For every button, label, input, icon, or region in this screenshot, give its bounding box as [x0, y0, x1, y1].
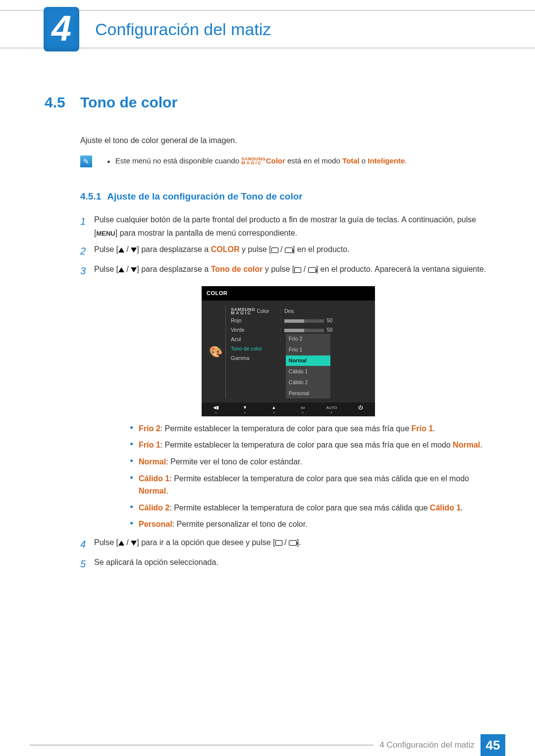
note-color-word: Color [266, 156, 285, 165]
page-number: 45 [481, 734, 505, 756]
rect-icon [275, 540, 282, 546]
arrow-up-icon [118, 248, 124, 252]
enter-icon [308, 267, 316, 273]
note-mid: está en el modo [287, 156, 342, 165]
content-area: 4.5 Tono de color Ajuste el tono de colo… [45, 94, 496, 575]
step-number-2: 2 [80, 243, 94, 259]
arrow-up-icon [118, 541, 124, 546]
subsection-title: Ajuste de la configuración de Tono de co… [107, 191, 302, 202]
intro-text: Ajuste el tono de color general de la im… [80, 135, 496, 147]
subsection-number: 4.5.1 [80, 191, 101, 202]
step-2-text: Pulse [ / ] para desplazarse a COLOR y p… [94, 243, 496, 259]
osd-title: COLOR [202, 286, 375, 301]
osd-screenshot: COLOR 🎨 SAMSUNGMAGIC Color Rojo Verde Az… [202, 286, 375, 416]
note-suffix: . [405, 156, 407, 165]
chapter-title: Configuración del matiz [95, 20, 271, 39]
step-number-5: 5 [80, 555, 94, 572]
step-3-text: Pulse [ / ] para desplazarse a Tono de c… [94, 262, 496, 279]
chapter-number-badge: 4 [44, 7, 79, 51]
rect-icon [294, 267, 301, 273]
note-icon: ✎ [80, 155, 92, 167]
step-1-text: Pulse cualquier botón de la parte fronta… [94, 213, 496, 240]
osd-labels: SAMSUNGMAGIC Color Rojo Verde Azul Tono … [225, 305, 280, 399]
steps-list: 1 Pulse cualquier botón de la parte fron… [80, 213, 496, 572]
osd-values: :Des. : 50 : 50 : Frío 2 Frío 1 Normal C… [280, 305, 371, 399]
enter-icon [289, 540, 297, 546]
footer-line [30, 745, 374, 746]
section-number: 4.5 [45, 94, 80, 111]
osd-bottom-bar: ◀▮▾ ▼▾ ▲▾ ▭▾ AUTO▾ ⏻ [202, 403, 375, 416]
note-or: o [362, 156, 368, 165]
step-number-4: 4 [80, 536, 94, 553]
step-5-text: Se aplicará la opción seleccionada. [94, 555, 496, 572]
arrow-up-icon [118, 267, 124, 272]
note-total: Total [342, 156, 360, 165]
rect-icon [271, 248, 278, 253]
menu-chip: MENU [96, 230, 115, 237]
note-prefix: Este menú no está disponible cuando [115, 156, 241, 165]
note-text: ● Este menú no está disponible cuando SA… [104, 155, 407, 167]
footer: 4 Configuración del matiz 45 [0, 734, 535, 756]
options-list: ●Frío 2: Permite establecer la temperatu… [130, 422, 496, 531]
arrow-down-icon [131, 541, 137, 546]
section-title: Tono de color [80, 94, 177, 111]
step-number-1: 1 [80, 213, 94, 240]
palette-icon: 🎨 [209, 343, 222, 361]
note-inteligente: Inteligente [368, 156, 405, 165]
samsung-magic-logo: SAMSUNGMAGIC [241, 157, 266, 165]
arrow-down-icon [131, 248, 137, 252]
step-4-text: Pulse [ / ] para ir a la opción que dese… [94, 536, 496, 553]
footer-label: 4 Configuración del matiz [379, 740, 475, 750]
enter-icon [285, 248, 293, 253]
arrow-down-icon [131, 267, 137, 272]
step-number-3: 3 [80, 262, 94, 279]
